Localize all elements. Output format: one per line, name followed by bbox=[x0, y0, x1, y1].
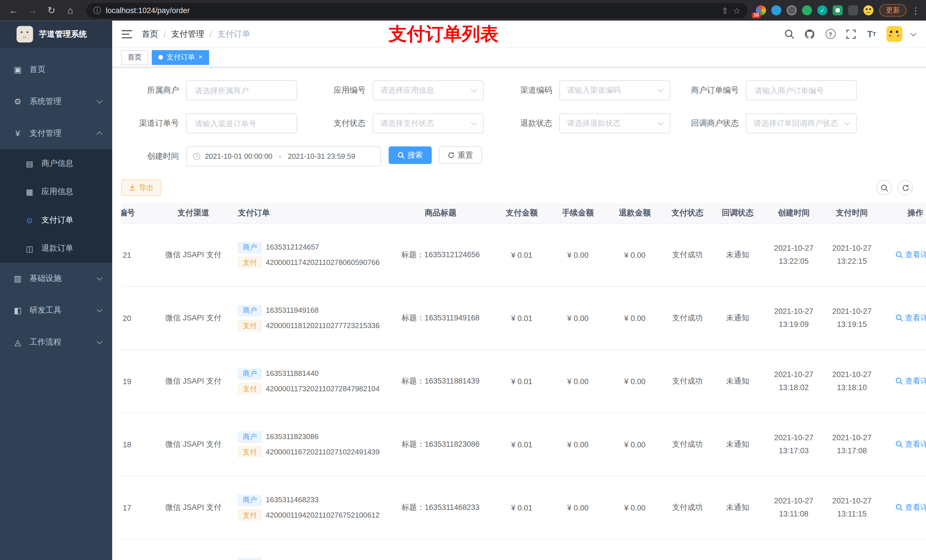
search-button[interactable]: 搜索 bbox=[389, 146, 432, 164]
channel-order-no-field[interactable] bbox=[194, 118, 289, 128]
sidebar-item-system[interactable]: ⚙ 系统管理 bbox=[0, 86, 112, 118]
filter-label: 渠道编码 bbox=[494, 85, 559, 96]
extension-icon[interactable] bbox=[832, 5, 843, 15]
breadcrumb-home[interactable]: 首页 bbox=[142, 29, 158, 39]
sidebar-item-pay-order[interactable]: ⊙ 支付订单 bbox=[0, 206, 112, 234]
notify-status: 未通知 bbox=[726, 440, 749, 448]
channel-order-no-input[interactable] bbox=[186, 113, 297, 133]
create-date: 2021-10-27 bbox=[764, 244, 824, 253]
sidebar-item-dev-tools[interactable]: ◧ 研发工具 bbox=[0, 294, 112, 326]
search-button-label: 搜索 bbox=[407, 150, 423, 160]
extension-icon[interactable]: 10 bbox=[756, 5, 766, 15]
create-time: 13:11:08 bbox=[764, 509, 824, 519]
pay-date: 2021-10-27 bbox=[824, 307, 880, 316]
date-separator: - bbox=[277, 152, 284, 160]
notify-status-select[interactable]: 请选择订单回调商户状态 bbox=[746, 113, 857, 133]
merchant-order-no-input[interactable] bbox=[746, 80, 857, 100]
sidebar-item-infrastructure[interactable]: ▥ 基础设施 bbox=[0, 263, 112, 294]
sidebar-item-label: 商户信息 bbox=[41, 158, 73, 169]
search-icon[interactable] bbox=[783, 28, 795, 40]
view-detail-link[interactable]: 查看详情 bbox=[895, 502, 926, 512]
view-detail-link[interactable]: 查看详情 bbox=[895, 439, 926, 450]
chevron-down-icon bbox=[844, 119, 850, 125]
col-header-refund: 退款金额 bbox=[607, 208, 663, 218]
merchant-tag: 商户 bbox=[238, 495, 262, 506]
extensions-pin-icon[interactable] bbox=[848, 5, 858, 15]
select-placeholder: 请选择订单回调商户状态 bbox=[754, 118, 845, 128]
sidebar-item-payment[interactable]: ¥ 支付管理 bbox=[0, 118, 112, 149]
refund-amount: ¥ 0.00 bbox=[624, 314, 646, 322]
font-size-icon[interactable]: TT bbox=[865, 28, 877, 40]
breadcrumb-current: 支付订单 bbox=[217, 29, 250, 39]
col-header-title: 商品标题 bbox=[387, 208, 494, 218]
owner-merchant-field[interactable] bbox=[194, 85, 289, 95]
channel-code-select[interactable]: 请输入渠道编码 bbox=[559, 80, 670, 100]
view-detail-link[interactable]: 查看详情 bbox=[895, 249, 926, 260]
sidebar-item-workflow[interactable]: ◬ 工作流程 bbox=[0, 326, 112, 358]
owner-merchant-input[interactable] bbox=[186, 80, 297, 100]
merchant-tag: 商户 bbox=[238, 432, 262, 442]
col-header-amount: 支付金额 bbox=[494, 208, 549, 218]
url-text[interactable]: localhost:1024/pay/order bbox=[106, 6, 717, 15]
pay-status: 支付成功 bbox=[672, 313, 703, 322]
create-time: 13:19:09 bbox=[764, 320, 824, 329]
profile-avatar-icon[interactable] bbox=[863, 5, 873, 15]
channel-pay-no: 4200001173202110272847982104 bbox=[266, 385, 380, 393]
bookmark-star-icon[interactable]: ☆ bbox=[733, 6, 741, 15]
browser-menu-icon[interactable]: ⋮ bbox=[911, 5, 920, 16]
address-bar[interactable]: ⓘ localhost:1024/pay/order ⇧ ☆ bbox=[86, 3, 748, 18]
reload-icon[interactable]: ↻ bbox=[44, 3, 59, 18]
home-icon[interactable]: ⌂ bbox=[63, 3, 78, 18]
order-id: 19 bbox=[123, 377, 131, 386]
back-icon[interactable]: ← bbox=[6, 3, 21, 18]
export-button-label: 导出 bbox=[139, 183, 153, 193]
create-date: 2021-10-27 bbox=[764, 433, 824, 443]
sidebar-item-home[interactable]: ▣ 首页 bbox=[0, 54, 112, 86]
toggle-search-icon[interactable] bbox=[876, 180, 892, 195]
view-detail-link[interactable]: 查看详情 bbox=[895, 313, 926, 323]
reset-button[interactable]: 重置 bbox=[439, 146, 482, 164]
breadcrumb-payment[interactable]: 支付管理 bbox=[171, 29, 204, 39]
sidebar-item-label: 支付订单 bbox=[41, 215, 73, 225]
order-icon: ⊙ bbox=[25, 216, 34, 225]
sidebar-item-label: 应用信息 bbox=[41, 186, 73, 197]
extension-icon[interactable] bbox=[772, 5, 781, 15]
sidebar-collapse-icon[interactable] bbox=[122, 30, 132, 38]
github-icon[interactable] bbox=[804, 28, 816, 40]
col-header-status: 支付状态 bbox=[663, 208, 711, 218]
user-avatar[interactable] bbox=[887, 26, 902, 42]
workflow-icon: ◬ bbox=[13, 338, 23, 347]
extension-icon[interactable]: ✓ bbox=[817, 5, 827, 15]
forward-icon[interactable]: → bbox=[25, 3, 40, 18]
sidebar-item-app-info[interactable]: ▦ 应用信息 bbox=[0, 178, 112, 206]
extension-icon[interactable] bbox=[802, 5, 812, 15]
app-no-select[interactable]: 请选择应用信息 bbox=[373, 80, 484, 100]
extension-icon[interactable] bbox=[787, 5, 797, 15]
refund-status-select[interactable]: 请选择退款状态 bbox=[559, 113, 670, 133]
sidebar-item-merchant-info[interactable]: ▤ 商户信息 bbox=[0, 149, 112, 178]
tools-icon: ◧ bbox=[13, 306, 23, 315]
filter-label: 渠道订单号 bbox=[121, 118, 186, 128]
pay-status: 支付成功 bbox=[672, 503, 703, 512]
help-icon[interactable]: ? bbox=[825, 28, 836, 40]
pay-status: 支付成功 bbox=[672, 440, 703, 448]
create-date: 2021-10-27 bbox=[764, 370, 824, 380]
view-detail-link[interactable]: 查看详情 bbox=[895, 376, 926, 386]
user-menu-caret-icon[interactable] bbox=[910, 30, 916, 36]
create-time-range-picker[interactable]: 2021-10-01 00:00:00 - 2021-10-31 23:59:5… bbox=[186, 146, 381, 166]
share-icon[interactable]: ⇧ bbox=[722, 6, 728, 15]
app-logo[interactable]: 芋道管理系统 bbox=[0, 21, 112, 48]
fullscreen-icon[interactable] bbox=[845, 28, 857, 40]
tab-pay-order[interactable]: 支付订单 × bbox=[152, 50, 209, 65]
browser-update-button[interactable]: 更新 bbox=[879, 4, 906, 17]
tab-home[interactable]: 首页 bbox=[121, 50, 148, 65]
sidebar-item-refund-order[interactable]: ◫ 退款订单 bbox=[0, 234, 112, 263]
refresh-icon[interactable] bbox=[897, 180, 913, 195]
sidebar-item-label: 退款订单 bbox=[41, 243, 73, 254]
pay-status-select[interactable]: 请选择支付状态 bbox=[373, 113, 484, 133]
export-button[interactable]: 导出 bbox=[121, 179, 161, 196]
close-icon[interactable]: × bbox=[198, 54, 203, 61]
site-info-icon[interactable]: ⓘ bbox=[94, 5, 101, 16]
merchant-tag: 商户 bbox=[238, 558, 262, 560]
merchant-order-no-field[interactable] bbox=[754, 85, 849, 95]
